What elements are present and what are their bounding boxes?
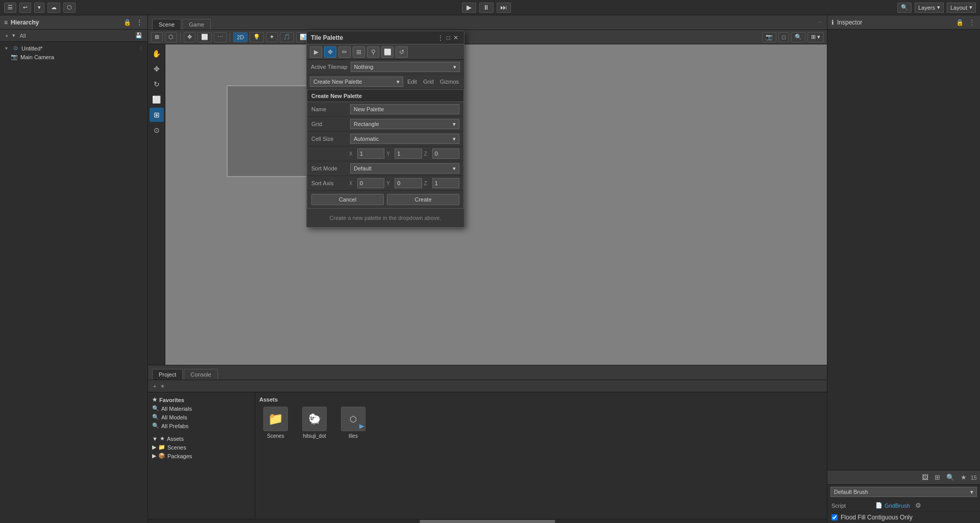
brush-select-dropdown[interactable]: Default Brush ▾ [830, 487, 977, 497]
asset-scenes[interactable]: 📁 Scenes [259, 407, 292, 439]
sa-z-label: Z [424, 181, 430, 186]
layers-dropdown[interactable]: Layers ▾ [915, 3, 944, 13]
x-input[interactable] [357, 148, 384, 159]
scene-aspect-btn[interactable]: □ [778, 32, 789, 42]
palette-pick-tool[interactable]: ⚲ [367, 46, 379, 58]
scene-rect-btn[interactable]: ⬜ [198, 32, 212, 42]
sa-x-input[interactable] [357, 178, 384, 188]
topbar-cloud-btn[interactable]: ☁ [47, 3, 60, 13]
tool-select[interactable]: ✋ [150, 46, 164, 61]
palette-flip-tool[interactable]: ↺ [396, 46, 408, 58]
form-grid-select[interactable]: Rectangle ▾ [350, 119, 459, 129]
assets-folder[interactable]: ▼ ★ Assets [150, 434, 253, 443]
tool-move[interactable]: ✥ [150, 62, 164, 76]
fav-all-models[interactable]: 🔍 All Models [150, 413, 253, 421]
modal-close-btn[interactable]: ✕ [452, 34, 460, 41]
y-label: Y [386, 151, 393, 157]
scene-layers-btn[interactable]: ⊞ ▾ [807, 32, 824, 42]
flood-fill-checkbox[interactable] [831, 514, 838, 520]
asset-tiles[interactable]: ⬡ ▶ tiles [337, 407, 370, 439]
palette-select-dropdown[interactable]: Create New Palette ▾ [310, 77, 403, 87]
z-input[interactable] [432, 148, 459, 159]
hierarchy-save-btn[interactable]: 💾 [133, 32, 144, 39]
fav-all-prefabs[interactable]: 🔍 All Prefabs [150, 421, 253, 430]
palette-paint-tool[interactable]: ✏ [338, 46, 351, 58]
cancel-button[interactable]: Cancel [311, 194, 384, 205]
fav-all-materials[interactable]: 🔍 All Materials [150, 404, 253, 413]
tool-rect[interactable]: ⬜ [150, 92, 164, 107]
project-add-btn[interactable]: + [151, 383, 158, 390]
asset2-label: hitsuji_dot [303, 433, 326, 439]
hierarchy-item-camera[interactable]: 📷 Main Camera [0, 53, 148, 61]
brush-icon2[interactable]: ⊞ [933, 474, 942, 481]
brush-script-value[interactable]: 📄 GridBrush [875, 502, 910, 509]
palette-gizmos-btn[interactable]: Gizmos [438, 79, 461, 85]
bottom-scrollbar[interactable] [148, 519, 827, 523]
scenes-folder[interactable]: ▶ 📁 Scenes [150, 443, 253, 452]
palette-move-tool[interactable]: ✥ [324, 46, 336, 58]
project-tab[interactable]: Project [152, 369, 183, 380]
topbar-dropdown-btn[interactable]: ▾ [34, 3, 44, 13]
folder-icon2: 📦 [158, 453, 165, 459]
assets-header: Assets [259, 396, 823, 403]
game-tab[interactable]: Game [182, 19, 211, 30]
search-btn[interactable]: 🔍 [897, 3, 912, 13]
tool-rotate[interactable]: ↻ [150, 77, 164, 91]
scene-audio-btn[interactable]: 🎵 [280, 32, 294, 42]
scene-camera-btn[interactable]: 📷 [762, 32, 776, 42]
assets-panel: Assets 📁 Scenes 🐑 hitsuji_dot ⬡ [255, 392, 827, 519]
scene-more-tools[interactable]: ⋯ [214, 32, 227, 42]
palette-grid-btn[interactable]: Grid [421, 79, 436, 85]
hierarchy-item-untitled[interactable]: ▼ ⊙ Untitled* ⋮ [0, 44, 148, 53]
form-name-input[interactable] [350, 104, 459, 114]
create-button[interactable]: Create [387, 194, 459, 205]
search-icon3: 🔍 [152, 422, 159, 429]
brush-select-label: Default Brush [834, 489, 868, 495]
sa-y-input[interactable] [395, 178, 422, 188]
hierarchy-lock-btn[interactable]: 🔒 [122, 19, 132, 26]
scene-move-btn[interactable]: ✥ [184, 32, 195, 42]
hierarchy-add-btn[interactable]: + [3, 32, 10, 39]
scene-3d-btn[interactable]: ⬡ [165, 32, 177, 42]
play-button[interactable]: ▶ [462, 3, 476, 13]
inspector-lock-btn[interactable]: 🔒 [955, 19, 965, 26]
form-sortmode-select[interactable]: Default ▾ [350, 163, 459, 173]
tool-custom[interactable]: ⊙ [150, 123, 164, 137]
scene-tab[interactable]: Scene [152, 19, 181, 30]
brush-star-btn[interactable]: ★ [959, 474, 969, 481]
pause-button[interactable]: ⏸ [479, 3, 494, 13]
hierarchy-more-btn[interactable]: ⋮ [135, 19, 143, 26]
asset-hitsuji[interactable]: 🐑 hitsuji_dot [298, 407, 331, 439]
packages-folder[interactable]: ▶ 📦 Packages [150, 452, 253, 460]
tool-active[interactable]: ⊞ [150, 108, 164, 122]
scene-zoom-btn[interactable]: 🔍 [791, 32, 805, 42]
modal-maximize-btn[interactable]: □ [445, 34, 452, 41]
topbar-collab-btn[interactable]: ⬡ [63, 3, 76, 13]
hierarchy-toolbar: + ▾ All 💾 [0, 30, 148, 42]
inspector-more-btn[interactable]: ⋮ [968, 19, 976, 26]
scene-2d-btn[interactable]: 2D [233, 32, 248, 42]
scene-grid-btn[interactable]: ⊞ [151, 32, 163, 42]
scene-fx-btn[interactable]: ✦ [266, 32, 278, 42]
scene-more-btn[interactable]: ⋯ [813, 19, 827, 26]
palette-erase-tool[interactable]: ⬜ [381, 46, 394, 58]
palette-fill-tool[interactable]: ⊞ [353, 46, 365, 58]
y-input[interactable] [395, 148, 422, 159]
palette-edit-btn[interactable]: Edit [405, 79, 419, 85]
brush-icon1[interactable]: 🖼 [920, 474, 930, 481]
sa-z-input[interactable] [432, 178, 459, 188]
topbar-menu-btn[interactable]: ☰ [4, 3, 16, 13]
brush-settings-btn[interactable]: ⚙ [913, 502, 923, 509]
console-tab[interactable]: Console [184, 369, 217, 380]
step-button[interactable]: ⏭ [497, 3, 511, 13]
tilemap-dropdown[interactable]: Nothing ▾ [351, 62, 460, 72]
topbar-undo-btn[interactable]: ↩ [19, 3, 31, 13]
hierarchy-title: Hierarchy [11, 19, 119, 26]
palette-select-tool[interactable]: ▶ [310, 46, 322, 58]
layout-dropdown[interactable]: Layout ▾ [947, 3, 976, 13]
form-cellsize-select[interactable]: Automatic ▾ [350, 134, 459, 144]
scene-light-btn[interactable]: 💡 [250, 32, 264, 42]
brush-icon3[interactable]: 🔍 [944, 474, 957, 481]
hierarchy-all-btn[interactable]: All [17, 32, 28, 39]
modal-menu-btn[interactable]: ⋮ [436, 34, 445, 41]
